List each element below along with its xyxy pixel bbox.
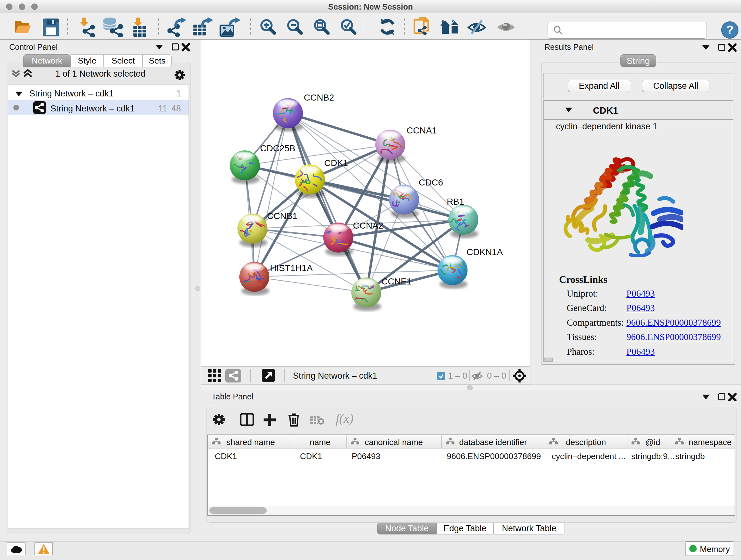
svg-text:CCNB1: CCNB1 [267,211,297,221]
svg-text:CCNE1: CCNE1 [381,276,412,287]
svg-text:CCNA2: CCNA2 [353,221,383,231]
svg-text:?: ? [726,23,733,37]
svg-text:CCNB2: CCNB2 [304,92,334,103]
svg-text:RB1: RB1 [447,197,464,206]
svg-text:CDKN1A: CDKN1A [467,247,503,257]
svg-text:CDC6: CDC6 [419,178,443,187]
svg-text:CDK1: CDK1 [324,158,348,168]
svg-text:HIST1H1A: HIST1H1A [270,263,313,273]
svg-text:CDC25B: CDC25B [260,143,295,153]
svg-text:CCNA1: CCNA1 [407,125,437,135]
